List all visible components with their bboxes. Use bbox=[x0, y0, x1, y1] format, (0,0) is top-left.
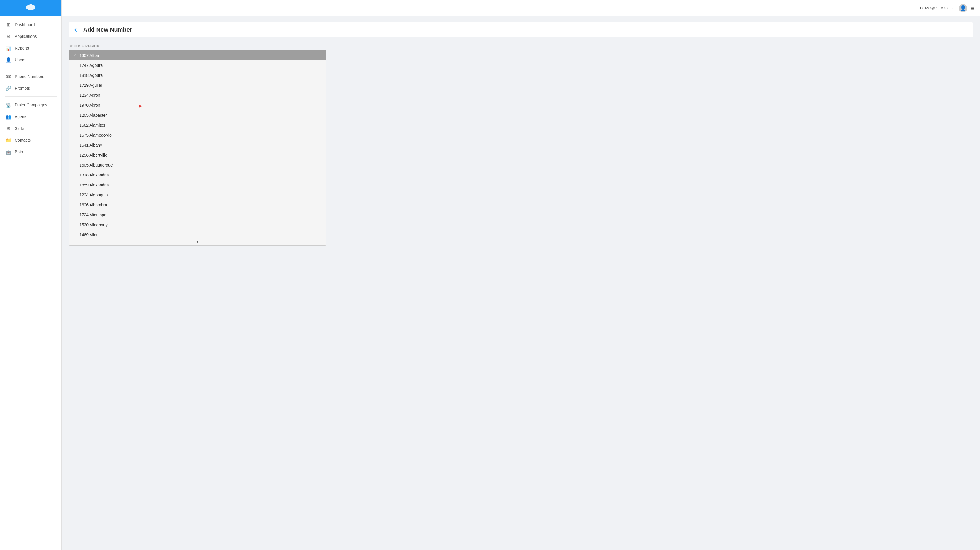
sidebar-item-label: Dashboard bbox=[15, 22, 35, 27]
back-button[interactable] bbox=[75, 27, 80, 32]
phone-numbers-icon: ☎ bbox=[6, 74, 11, 79]
agents-icon: 👥 bbox=[6, 114, 11, 119]
dropdown-down-arrow: ▼ bbox=[69, 238, 326, 246]
app-header: DEMO@ZOMNIO.IO 👤 ≡ bbox=[62, 0, 980, 16]
sidebar-item-label: Reports bbox=[15, 46, 29, 50]
region-list-item[interactable]: 1818 Agoura bbox=[69, 70, 326, 80]
avatar-icon: 👤 bbox=[960, 5, 966, 11]
users-icon: 👤 bbox=[6, 57, 11, 62]
dashboard-icon: ⊞ bbox=[6, 22, 11, 27]
sidebar-item-label: Dialer Campaigns bbox=[15, 103, 47, 107]
region-list-item[interactable]: 1234 Akron bbox=[69, 90, 326, 100]
region-list-item[interactable]: 1562 Alamitos bbox=[69, 120, 326, 130]
skills-icon: ⚙ bbox=[6, 126, 11, 131]
region-list: 1307 Afton1747 Agoura1818 Agoura1719 Agu… bbox=[69, 50, 326, 238]
sidebar-item-label: Agents bbox=[15, 114, 27, 119]
page-title-bar: Add New Number bbox=[68, 22, 973, 37]
sidebar-item-applications[interactable]: ⚙ Applications bbox=[0, 30, 61, 42]
region-list-item[interactable]: 1970 Akron bbox=[69, 100, 326, 110]
region-list-item[interactable]: 1256 Albertville bbox=[69, 150, 326, 160]
sidebar-item-label: Phone Numbers bbox=[15, 74, 44, 79]
sidebar-item-skills[interactable]: ⚙ Skills bbox=[0, 123, 61, 134]
sidebar-item-label: Bots bbox=[15, 150, 23, 154]
sidebar-navigation: ⊞ Dashboard ⚙ Applications 📊 Reports 👤 U… bbox=[0, 16, 61, 550]
region-list-item[interactable]: 1575 Alamogordo bbox=[69, 130, 326, 140]
region-section: CHOOSE REGION 1307 Afton1747 Agoura1818 … bbox=[68, 44, 973, 246]
contacts-icon: 📁 bbox=[6, 137, 11, 143]
sidebar-item-dashboard[interactable]: ⊞ Dashboard bbox=[0, 19, 61, 30]
sidebar-item-contacts[interactable]: 📁 Contacts bbox=[0, 134, 61, 146]
region-list-item[interactable]: 1205 Alabaster bbox=[69, 110, 326, 120]
bots-icon: 🤖 bbox=[6, 149, 11, 155]
reports-icon: 📊 bbox=[6, 45, 11, 51]
main-wrapper: DEMO@ZOMNIO.IO 👤 ≡ Add New Number CHOOSE… bbox=[62, 0, 980, 550]
region-select-wrapper: 1307 Afton1747 Agoura1818 Agoura1719 Agu… bbox=[68, 50, 326, 246]
region-list-item[interactable]: 1224 Algonquin bbox=[69, 190, 326, 200]
prompts-icon: 🔗 bbox=[6, 86, 11, 91]
region-list-item[interactable]: 1307 Afton bbox=[69, 50, 326, 61]
page-title: Add New Number bbox=[83, 26, 132, 33]
sidebar-item-label: Skills bbox=[15, 126, 24, 131]
region-list-item[interactable]: 1505 Albuquerque bbox=[69, 160, 326, 170]
sidebar-item-bots[interactable]: 🤖 Bots bbox=[0, 146, 61, 158]
region-list-item[interactable]: 1724 Aliquippa bbox=[69, 210, 326, 220]
main-content: Add New Number CHOOSE REGION 1307 Afton1… bbox=[62, 16, 980, 550]
user-email: DEMO@ZOMNIO.IO bbox=[920, 6, 956, 10]
sidebar-item-dialer-campaigns[interactable]: 📡 Dialer Campaigns bbox=[0, 99, 61, 111]
applications-icon: ⚙ bbox=[6, 34, 11, 39]
hamburger-menu[interactable]: ≡ bbox=[970, 5, 974, 11]
region-list-item[interactable]: 1469 Allen bbox=[69, 230, 326, 238]
sidebar-item-reports[interactable]: 📊 Reports bbox=[0, 42, 61, 54]
sidebar-item-users[interactable]: 👤 Users bbox=[0, 54, 61, 66]
sidebar-item-label: Prompts bbox=[15, 86, 30, 91]
nav-divider-2 bbox=[5, 96, 57, 97]
sidebar-logo bbox=[0, 0, 61, 16]
region-list-item[interactable]: 1859 Alexandria bbox=[69, 180, 326, 190]
sidebar-item-label: Applications bbox=[15, 34, 37, 39]
sidebar-item-label: Contacts bbox=[15, 138, 31, 142]
sidebar-item-label: Users bbox=[15, 57, 25, 62]
region-list-item[interactable]: 1541 Albany bbox=[69, 140, 326, 150]
region-list-item[interactable]: 1530 Alleghany bbox=[69, 220, 326, 230]
sidebar-item-agents[interactable]: 👥 Agents bbox=[0, 111, 61, 123]
back-arrow-icon bbox=[75, 27, 80, 32]
section-label: CHOOSE REGION bbox=[68, 44, 973, 48]
app-logo-icon bbox=[25, 3, 37, 13]
region-list-item[interactable]: 1747 Agoura bbox=[69, 61, 326, 70]
user-avatar[interactable]: 👤 bbox=[959, 4, 967, 12]
region-list-item[interactable]: 1318 Alexandria bbox=[69, 170, 326, 180]
region-list-item[interactable]: 1719 Aguilar bbox=[69, 80, 326, 90]
sidebar: ⊞ Dashboard ⚙ Applications 📊 Reports 👤 U… bbox=[0, 0, 62, 550]
dialer-campaigns-icon: 📡 bbox=[6, 102, 11, 108]
region-list-item[interactable]: 1626 Alhambra bbox=[69, 200, 326, 210]
sidebar-item-phone-numbers[interactable]: ☎ Phone Numbers bbox=[0, 71, 61, 82]
sidebar-item-prompts[interactable]: 🔗 Prompts bbox=[0, 82, 61, 94]
